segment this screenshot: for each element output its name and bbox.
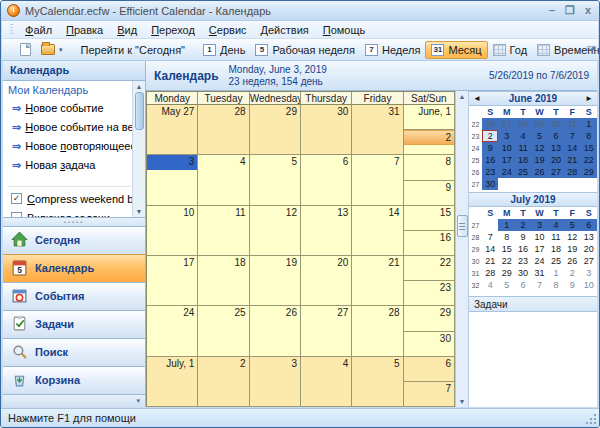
mini-day-cell[interactable]: 29 [581, 166, 597, 178]
mini-day-cell[interactable]: 31 [531, 267, 547, 279]
calendar-day-cell[interactable]: 18 [198, 256, 249, 306]
mini-day-cell[interactable]: 23 [482, 166, 498, 178]
mini-day-cell[interactable]: 18 [548, 243, 564, 255]
calendar-day-cell[interactable]: 4 [198, 155, 249, 205]
calendar-day-cell[interactable]: 31 [352, 105, 403, 155]
calendar-day-cell[interactable]: 5 [250, 155, 301, 205]
calendar-day-cell[interactable]: 27 [301, 306, 352, 356]
calendar-day-cell[interactable]: 21 [352, 256, 403, 306]
calendar-day-cell[interactable]: 24 [147, 306, 198, 356]
checkbox-row-Включая задачи[interactable]: Включая задачи [11, 212, 131, 219]
mini-day-cell[interactable]: 5 [531, 130, 547, 142]
sidebar-nav-Сегодня[interactable]: Сегодня [3, 226, 145, 254]
panel-splitter-scrollbar[interactable]: ▲ ▼ [455, 91, 468, 407]
mini-day-cell[interactable]: 7 [564, 130, 580, 142]
mini-day-cell[interactable]: 6 [581, 219, 597, 231]
calendar-day-cell[interactable]: 22 [404, 256, 454, 281]
mini-day-cell[interactable]: 25 [515, 166, 531, 178]
mini-day-cell[interactable]: 24 [498, 166, 514, 178]
calendar-day-cell[interactable]: 20 [301, 256, 352, 306]
sidebar-link-Новое событие[interactable]: ⇒Новое событие [12, 102, 131, 115]
mini-day-cell[interactable]: 7 [482, 231, 498, 243]
scroll-up-icon[interactable]: ▲ [459, 93, 466, 100]
mini-day-cell[interactable]: 8 [498, 231, 514, 243]
mini-day-cell[interactable]: 30 [482, 178, 498, 190]
maximize-button[interactable]: ❐ [565, 5, 575, 16]
calendar-day-cell[interactable]: 28 [198, 105, 249, 155]
mini-day-cell[interactable]: 1 [498, 219, 514, 231]
view-button-Рабочая неделя[interactable]: 5Рабочая неделя [250, 42, 360, 58]
calendar-day-cell[interactable]: 7 [352, 155, 403, 205]
mini-day-cell[interactable]: 29 [531, 118, 547, 130]
menu-item-Действия[interactable]: Действия [254, 22, 316, 38]
view-button-День[interactable]: 1День [198, 42, 250, 58]
calendar-day-cell[interactable]: 15 [404, 206, 454, 231]
mini-day-cell[interactable]: 21 [564, 154, 580, 166]
mini-day-cell[interactable]: 31 [564, 118, 580, 130]
sidebar-splitter[interactable]: ••••• [3, 218, 145, 225]
mini-day-cell[interactable]: 9 [564, 279, 580, 291]
mini-day-cell[interactable]: 27 [581, 255, 597, 267]
mini-day-cell[interactable]: 1 [581, 118, 597, 130]
mini-day-cell[interactable]: 26 [531, 166, 547, 178]
mini-day-cell[interactable]: 2 [564, 267, 580, 279]
mini-day-cell[interactable]: 20 [548, 154, 564, 166]
calendar-day-cell[interactable]: 8 [404, 155, 454, 180]
mini-day-cell[interactable]: 14 [482, 243, 498, 255]
mini-day-cell[interactable]: 27 [548, 166, 564, 178]
mini-day-cell[interactable]: 12 [564, 231, 580, 243]
calendar-day-cell[interactable]: 12 [250, 206, 301, 256]
mini-day-cell[interactable]: 9 [515, 231, 531, 243]
mini-day-cell[interactable]: 19 [531, 154, 547, 166]
mini-day-cell[interactable]: 23 [515, 255, 531, 267]
mini-day-cell[interactable]: 10 [498, 142, 514, 154]
menu-item-Переход[interactable]: Переход [144, 22, 202, 38]
mini-day-cell[interactable]: 20 [581, 243, 597, 255]
calendar-day-cell[interactable]: 5 [352, 357, 403, 407]
toolbar-overflow-button[interactable]: ≡▾ [586, 43, 596, 53]
scroll-up-icon[interactable]: ▲ [136, 83, 143, 90]
calendar-day-cell[interactable]: 6 [301, 155, 352, 205]
mini-day-cell[interactable]: 16 [482, 154, 498, 166]
mini-day-cell[interactable]: 26 [564, 255, 580, 267]
calendar-day-cell[interactable]: 28 [352, 306, 403, 356]
mini-day-cell[interactable]: 6 [548, 130, 564, 142]
mini-day-cell[interactable]: 13 [548, 142, 564, 154]
menu-item-Сервис[interactable]: Сервис [202, 22, 254, 38]
view-button-Год[interactable]: Год [488, 42, 533, 58]
calendar-day-cell[interactable]: 7 [404, 382, 454, 406]
tasks-panel-header[interactable]: Задачи [469, 296, 597, 312]
mini-day-cell[interactable]: 28 [515, 118, 531, 130]
mini-day-cell[interactable]: 28 [482, 267, 498, 279]
new-file-button[interactable] [15, 41, 36, 58]
calendar-day-cell[interactable]: 19 [250, 256, 301, 306]
sidebar-nav-События[interactable]: События [3, 282, 145, 310]
scrollbar-thumb[interactable] [135, 92, 144, 130]
mini-day-cell[interactable]: 25 [548, 255, 564, 267]
view-button-Неделя[interactable]: 7Неделя [360, 42, 425, 58]
calendar-day-cell[interactable]: 2 [198, 357, 249, 407]
mini-day-cell[interactable]: 8 [548, 279, 564, 291]
sidebar-link-Новая задача[interactable]: ⇒Новая задача [12, 159, 131, 172]
mini-day-cell[interactable]: 22 [498, 255, 514, 267]
resize-grip[interactable] [585, 413, 597, 425]
mini-day-cell[interactable]: 18 [515, 154, 531, 166]
calendar-day-cell[interactable]: 13 [301, 206, 352, 256]
mini-day-cell[interactable]: 6 [515, 279, 531, 291]
next-month-icon[interactable]: ► [585, 94, 593, 103]
mini-day-cell[interactable]: 4 [482, 279, 498, 291]
checkbox-checked-icon[interactable]: ✓ [11, 193, 22, 204]
prev-month-icon[interactable]: ◄ [473, 94, 481, 103]
mini-day-cell[interactable]: 3 [531, 219, 547, 231]
close-button[interactable]: x [585, 5, 591, 16]
mini-day-cell[interactable]: 9 [482, 142, 498, 154]
mini-day-cell[interactable]: 26 [482, 118, 498, 130]
mini-day-cell[interactable]: 27 [498, 118, 514, 130]
sidebar-overflow-bar[interactable]: ▾ [3, 394, 145, 407]
mini-day-cell[interactable]: 1 [548, 267, 564, 279]
calendar-day-cell[interactable]: June, 1 [404, 105, 454, 130]
calendar-day-cell[interactable]: 2 [404, 130, 454, 154]
calendar-day-cell[interactable]: 11 [198, 206, 249, 256]
minimize-button[interactable]: – [549, 5, 555, 16]
mini-day-cell[interactable]: 7 [531, 279, 547, 291]
